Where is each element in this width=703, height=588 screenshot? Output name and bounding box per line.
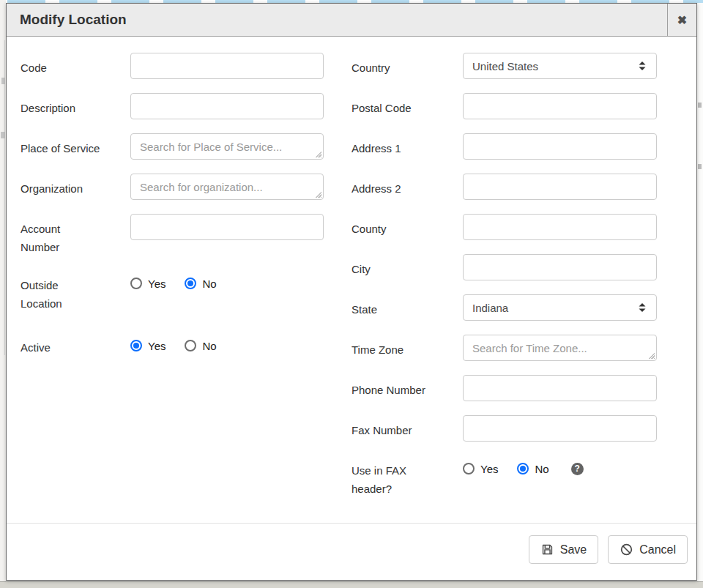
cancel-button-label: Cancel <box>639 543 676 557</box>
country-select[interactable]: United States <box>463 53 657 79</box>
country-label: Country <box>352 53 463 79</box>
place-of-service-label: Place of Service <box>21 133 130 160</box>
save-button[interactable]: Save <box>529 535 598 564</box>
description-control <box>130 93 324 119</box>
city-label: City <box>352 254 463 280</box>
active-radio-yes[interactable]: Yes <box>130 340 165 352</box>
description-input[interactable] <box>130 93 324 119</box>
state-selected-value: Indiana <box>472 302 637 314</box>
place-of-service-placeholder: Search for Place of Service... <box>140 141 282 153</box>
cancel-icon <box>620 543 633 557</box>
account-number-input[interactable] <box>130 214 324 240</box>
active-control: YesNo <box>130 332 236 359</box>
form-row-account-number: Account Number <box>21 214 352 256</box>
county-input[interactable] <box>463 214 657 240</box>
form-row-place-of-service: Place of ServiceSearch for Place of Serv… <box>21 133 352 160</box>
close-icon: ✖ <box>677 13 687 27</box>
code-label: Code <box>21 53 130 79</box>
state-label: State <box>352 294 463 321</box>
select-updown-arrows-icon <box>637 60 647 72</box>
active-label: Active <box>21 332 130 359</box>
time-zone-control: Search for Time Zone... <box>463 335 657 361</box>
use-in-fax-header-radio-no[interactable]: No <box>517 463 548 475</box>
place-of-service-search-input[interactable]: Search for Place of Service... <box>130 133 324 160</box>
form-row-code: Code <box>21 53 352 79</box>
organization-control: Search for organization... <box>130 174 324 200</box>
code-control <box>130 53 324 79</box>
background-left-strip <box>0 0 6 581</box>
form-row-phone-number: Phone Number <box>352 375 678 401</box>
modal-header: Modify Location ✖ <box>7 4 696 37</box>
place-of-service-control: Search for Place of Service... <box>130 133 324 160</box>
address-1-input[interactable] <box>463 133 657 160</box>
active-radio-label-yes: Yes <box>148 340 165 352</box>
outside-location-radio-yes[interactable]: Yes <box>130 278 165 290</box>
country-selected-value: United States <box>472 60 637 72</box>
form-row-organization: OrganizationSearch for organization... <box>21 174 352 200</box>
use-in-fax-header-radio-label-no: No <box>535 463 548 475</box>
select-updown-arrows-icon <box>637 302 647 313</box>
radio-checked-icon <box>130 340 142 351</box>
county-control <box>463 214 657 240</box>
form-row-postal-code: Postal Code <box>352 93 678 119</box>
form-row-use-in-fax-header: Use in FAX header?YesNo? <box>352 455 678 498</box>
help-icon[interactable]: ? <box>571 463 584 475</box>
time-zone-label: Time Zone <box>352 335 463 361</box>
use-in-fax-header-radio-yes[interactable]: Yes <box>463 463 498 475</box>
postal-code-control <box>463 93 657 119</box>
organization-placeholder: Search for organization... <box>140 181 263 193</box>
address-1-label: Address 1 <box>352 133 463 160</box>
resize-grip-icon <box>315 191 321 198</box>
form-column-right: CountryUnited StatesPostal CodeAddress 1… <box>352 53 678 523</box>
form-row-address-1: Address 1 <box>352 133 678 160</box>
background-right-strip <box>697 3 703 581</box>
phone-number-control <box>463 375 657 401</box>
outside-location-radio-label-yes: Yes <box>148 278 165 290</box>
county-label: County <box>352 214 463 240</box>
postal-code-input[interactable] <box>463 93 657 119</box>
form-row-county: County <box>352 214 678 240</box>
form-row-city: City <box>352 254 678 280</box>
outside-location-radio-no[interactable]: No <box>185 278 216 290</box>
address-2-input[interactable] <box>463 174 657 200</box>
country-control: United States <box>463 53 657 79</box>
code-input[interactable] <box>130 53 324 79</box>
address-1-control <box>463 133 657 160</box>
form-row-address-2: Address 2 <box>352 174 678 200</box>
form-row-active: ActiveYesNo <box>21 332 352 359</box>
radio-unchecked-icon <box>130 278 142 289</box>
address-2-label: Address 2 <box>352 174 463 200</box>
use-in-fax-header-radio-label-yes: Yes <box>480 463 498 475</box>
use-in-fax-header-label: Use in FAX header? <box>352 455 463 498</box>
outside-location-radio-label-no: No <box>202 278 216 290</box>
radio-unchecked-icon <box>463 463 475 475</box>
account-number-control <box>130 214 324 256</box>
active-radio-no[interactable]: No <box>185 340 216 352</box>
modal-body: CodeDescriptionPlace of ServiceSearch fo… <box>7 37 696 523</box>
save-icon <box>540 543 554 557</box>
time-zone-placeholder: Search for Time Zone... <box>472 342 587 354</box>
postal-code-label: Postal Code <box>352 93 463 119</box>
organization-label: Organization <box>21 174 130 200</box>
close-button[interactable]: ✖ <box>667 4 696 36</box>
outside-location-control: YesNo <box>130 270 236 297</box>
form-row-state: StateIndiana <box>352 294 678 321</box>
resize-grip-icon <box>315 151 321 157</box>
modal-footer: Save Cancel <box>7 523 696 580</box>
form-row-outside-location: Outside LocationYesNo <box>21 270 352 313</box>
use-in-fax-header-control: YesNo? <box>463 455 584 482</box>
cancel-button[interactable]: Cancel <box>608 535 688 564</box>
page-background: Modify Location ✖ CodeDescriptionPlace o… <box>0 0 703 588</box>
organization-search-input[interactable]: Search for organization... <box>130 174 324 200</box>
phone-number-input[interactable] <box>463 375 657 401</box>
form-row-description: Description <box>21 93 352 119</box>
radio-checked-icon <box>185 278 196 289</box>
phone-number-label: Phone Number <box>352 375 463 401</box>
time-zone-search-input[interactable]: Search for Time Zone... <box>463 335 657 361</box>
fax-number-input[interactable] <box>463 415 657 442</box>
save-button-label: Save <box>560 543 587 557</box>
state-select[interactable]: Indiana <box>463 294 657 321</box>
city-input[interactable] <box>463 254 657 280</box>
form-row-fax-number: Fax Number <box>352 415 678 442</box>
account-number-label: Account Number <box>21 214 130 256</box>
